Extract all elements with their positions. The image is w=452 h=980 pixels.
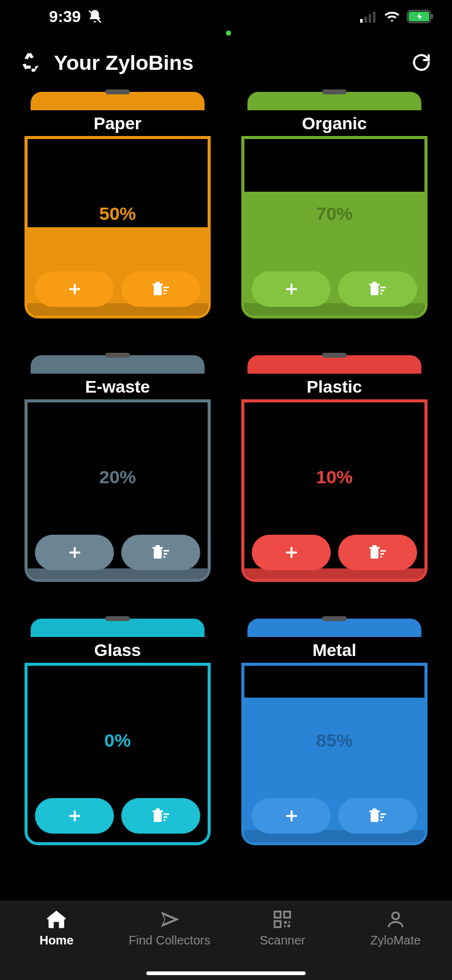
bins-grid: Paper50%Organic70%E-waste20%Plastic10%Gl… <box>0 87 452 845</box>
bin-dispose-button[interactable] <box>121 798 200 834</box>
svg-rect-11 <box>153 284 163 285</box>
tab-label: Find Collectors <box>129 933 210 948</box>
bin-card-metal: Metal85% <box>241 619 428 845</box>
bin-add-button[interactable] <box>252 535 331 570</box>
bin-add-button[interactable] <box>35 798 114 834</box>
bin-title: Glass <box>24 641 211 660</box>
svg-rect-15 <box>164 293 165 295</box>
bin-dispose-button[interactable] <box>338 798 417 834</box>
svg-rect-58 <box>275 921 281 927</box>
battery-charging-icon <box>407 10 434 23</box>
person-icon <box>385 909 406 930</box>
svg-rect-55 <box>380 820 382 821</box>
cellular-signal-icon <box>360 10 377 23</box>
bin-dispose-button[interactable] <box>121 271 200 307</box>
svg-rect-43 <box>153 810 163 812</box>
tab-find-collectors[interactable]: Find Collectors <box>113 909 227 948</box>
bin-percent-label: 50% <box>28 203 208 224</box>
bin-lid-handle <box>322 353 347 358</box>
bin-title: E-waste <box>24 377 211 397</box>
bin-lid-handle <box>105 89 130 94</box>
svg-rect-14 <box>164 290 167 292</box>
svg-rect-27 <box>153 547 163 549</box>
bottom-tab-bar: HomeFind CollectorsScannerZyloMate <box>0 900 452 980</box>
svg-rect-39 <box>380 556 382 558</box>
svg-rect-1 <box>360 19 363 23</box>
refresh-button[interactable] <box>409 50 434 75</box>
svg-rect-28 <box>156 545 160 547</box>
bin-add-button[interactable] <box>252 271 331 307</box>
tab-label: Home <box>39 933 73 948</box>
svg-rect-47 <box>164 820 165 821</box>
svg-rect-50 <box>371 812 379 822</box>
svg-rect-61 <box>284 925 286 927</box>
svg-rect-31 <box>164 556 165 558</box>
svg-rect-12 <box>156 282 160 284</box>
svg-rect-34 <box>371 549 379 559</box>
svg-rect-53 <box>380 813 386 815</box>
status-right <box>360 10 434 23</box>
bin-body: 10% <box>241 399 428 582</box>
svg-rect-38 <box>380 553 384 555</box>
svg-rect-13 <box>164 287 169 288</box>
svg-rect-30 <box>164 553 167 555</box>
status-time: 9:39 <box>49 7 81 26</box>
tab-home[interactable]: Home <box>0 909 113 948</box>
qr-icon <box>272 909 293 930</box>
bin-button-row <box>35 535 200 570</box>
bin-button-row <box>252 271 417 307</box>
bin-add-button[interactable] <box>252 798 331 834</box>
svg-rect-2 <box>364 17 367 23</box>
bin-title: Organic <box>241 114 428 134</box>
svg-rect-10 <box>154 285 162 295</box>
bin-add-button[interactable] <box>35 535 114 570</box>
bin-card-glass: Glass0% <box>24 619 211 845</box>
tab-scanner[interactable]: Scanner <box>226 909 339 948</box>
bin-lid-handle <box>322 89 347 94</box>
bin-lid <box>247 92 421 110</box>
bin-button-row <box>35 798 200 834</box>
bin-dispose-button[interactable] <box>121 535 200 570</box>
bin-dispose-button[interactable] <box>338 271 417 307</box>
bin-dispose-button[interactable] <box>338 535 417 570</box>
bin-percent-label: 0% <box>28 730 208 751</box>
bin-card-organic: Organic70% <box>241 92 428 318</box>
bin-body: 20% <box>24 399 211 582</box>
svg-rect-60 <box>288 925 290 927</box>
bin-add-button[interactable] <box>35 271 114 307</box>
bin-card-plastic: Plastic10% <box>241 355 428 582</box>
bin-button-row <box>252 535 417 570</box>
page-title: Your ZyloBins <box>54 51 194 75</box>
status-bar: 9:39 <box>0 0 452 33</box>
recycle-icon <box>18 50 43 75</box>
svg-rect-36 <box>372 545 377 547</box>
svg-rect-20 <box>372 282 377 284</box>
bin-button-row <box>252 798 417 834</box>
bin-title: Metal <box>241 641 428 660</box>
bin-card-e-waste: E-waste20% <box>24 355 211 582</box>
svg-rect-59 <box>284 921 287 924</box>
svg-rect-52 <box>372 809 377 810</box>
svg-rect-62 <box>288 921 290 923</box>
bin-body: 0% <box>24 663 211 845</box>
tab-zylomate[interactable]: ZyloMate <box>339 909 453 948</box>
bin-lid-handle <box>105 616 130 621</box>
svg-rect-51 <box>369 810 380 812</box>
svg-rect-3 <box>369 14 371 23</box>
page-header: Your ZyloBins <box>0 33 452 87</box>
svg-rect-26 <box>154 549 162 559</box>
svg-rect-18 <box>371 285 379 295</box>
svg-rect-46 <box>164 816 167 818</box>
send-icon <box>159 909 180 930</box>
bin-body: 85% <box>241 663 428 845</box>
svg-rect-35 <box>369 547 380 549</box>
svg-rect-56 <box>275 911 281 918</box>
bin-lid <box>31 355 205 374</box>
bin-lid-handle <box>322 616 347 621</box>
bin-lid <box>247 619 421 637</box>
svg-point-63 <box>392 913 399 919</box>
bin-lid <box>247 355 421 374</box>
svg-rect-19 <box>369 284 380 285</box>
bin-title: Paper <box>24 114 211 134</box>
svg-rect-21 <box>380 287 386 288</box>
